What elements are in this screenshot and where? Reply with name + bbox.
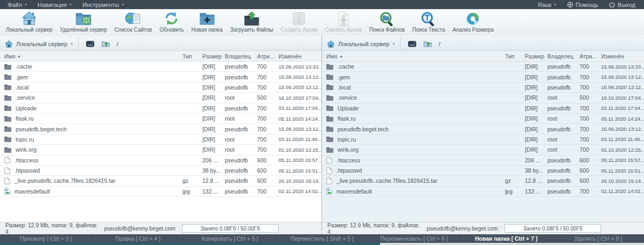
column-header-modified[interactable]: Изменён xyxy=(279,53,321,60)
table-row[interactable]: flask.ru[DIR]root70005.11.2020 14:24... xyxy=(0,114,321,124)
menu-label: Файл xyxy=(8,2,22,8)
file-name: .cache xyxy=(338,63,354,70)
file-attr: 700 xyxy=(257,136,279,143)
parent-dir-icon[interactable] xyxy=(423,40,432,47)
table-row[interactable]: .htaccess206 ...pseudofb60005.11.2020 15… xyxy=(0,155,321,166)
file-name-cell: Uploade xyxy=(0,105,182,112)
menu-file[interactable]: Файл▾ xyxy=(2,0,32,9)
server-selector-label: Локальный сервер xyxy=(338,41,390,47)
table-row[interactable]: .htpasswd38 by...pseudofb60005.11.2020 1… xyxy=(322,166,644,176)
toolbar-site-list-button[interactable]: Список Сайтов xyxy=(111,11,156,33)
toolbar-remote-server-button[interactable]: Удалённый сервер xyxy=(56,11,111,33)
parent-dir-icon[interactable] xyxy=(101,40,110,47)
table-row[interactable]: wink.org[DIR]root70002.10.2020 12:25... xyxy=(0,145,321,155)
toolbar-size-analysis-button[interactable]: Анализ Размера xyxy=(449,11,497,33)
file-modified: 15.09.2020 13:12... xyxy=(601,84,644,90)
file-name: Uploade xyxy=(338,105,358,112)
table-row[interactable]: .cache[DIR]pseudofb70015.09.2020 13:33..… xyxy=(322,62,644,72)
table-row[interactable]: .local[DIR]pseudofb70015.09.2020 13:12..… xyxy=(322,83,644,93)
menu-help[interactable]: Помощь xyxy=(562,0,604,9)
folder-icon xyxy=(326,136,333,142)
create-archive-icon xyxy=(292,11,306,26)
file-type: jpg xyxy=(505,188,525,195)
footer-action-bar: Просмотр [ Ctrl + 3 ]Правка [ Ctrl + 4 ]… xyxy=(0,234,644,243)
footer-copy-button[interactable]: Копировать [ Ctrl + 5 ] xyxy=(184,234,276,243)
download-archive-icon xyxy=(337,11,350,26)
file-modified: 03.11.2020 11:46... xyxy=(601,136,644,142)
menu-tools[interactable]: Инструменты▾ xyxy=(77,0,129,9)
server-selector[interactable]: Локальный сервер ▾ xyxy=(322,37,401,50)
toolbar-refresh-button[interactable]: Обновить xyxy=(156,11,187,33)
toolbar-upload-files-button[interactable]: Загрузить Файлы xyxy=(226,11,277,33)
table-row[interactable]: maxresdefaultjpg132....pseudofb70002.11.… xyxy=(0,187,321,197)
menu-exit[interactable]: Выход xyxy=(604,0,641,9)
column-header-name[interactable]: Имя▴ xyxy=(0,53,182,60)
file-owner: pseudofb xyxy=(547,74,580,80)
menu-language[interactable]: Язык▾ xyxy=(532,0,562,9)
disk-icon[interactable] xyxy=(408,41,416,47)
table-row[interactable]: _live.pseudofb..cache.7files.1826415.tar… xyxy=(322,176,644,186)
footer-delete-button[interactable]: Удалить [ Ctrl + 8 ] xyxy=(552,234,644,243)
column-header-owner[interactable]: Владелец xyxy=(547,53,580,60)
table-row[interactable]: flask.ru[DIR]root70005.11.2020 14:24... xyxy=(322,114,644,124)
footer-edit-button[interactable]: Правка [ Ctrl + 4 ] xyxy=(92,234,185,243)
toolbar-new-folder-button[interactable]: Новая папка xyxy=(187,11,226,33)
table-row[interactable]: pseudofb.beget.tech[DIR]pseudofb70015.09… xyxy=(0,124,321,134)
file-name-cell: maxresdefault xyxy=(322,188,505,195)
menu-navigation[interactable]: Навигация▾ xyxy=(32,0,77,9)
column-header-attributes[interactable]: Атри... xyxy=(257,53,279,60)
file-size: 12.8 ... xyxy=(525,177,547,184)
current-path[interactable]: / xyxy=(439,41,441,47)
column-header-size[interactable]: Размер xyxy=(202,53,225,60)
quota-bar: Занято 0.08Гб / 50.00Гб xyxy=(504,224,601,233)
search-files-icon xyxy=(379,11,395,26)
table-row[interactable]: .htpasswd38 by...pseudofb60005.11.2020 1… xyxy=(0,166,321,176)
sites-list-icon xyxy=(125,11,141,26)
table-row[interactable]: Uploade[DIR]pseudofb70003.11.2020 17:04.… xyxy=(322,103,644,114)
folder-icon xyxy=(4,105,11,111)
table-row[interactable]: pseudofb.beget.tech[DIR]pseudofb70015.09… xyxy=(322,124,644,134)
table-row[interactable]: maxresdefaultjpg132....pseudofb70002.11.… xyxy=(322,187,644,197)
folder-icon xyxy=(4,64,11,70)
current-path[interactable]: / xyxy=(117,41,119,47)
file-name: maxresdefault xyxy=(14,188,50,195)
column-header-size[interactable]: Размер xyxy=(525,53,547,60)
file-size: [DIR] xyxy=(525,126,547,132)
column-header-attributes[interactable]: Атри... xyxy=(580,53,601,60)
table-row[interactable]: .service[DIR]root50016.10.2020 17:04... xyxy=(0,93,321,103)
table-row[interactable]: Uploade[DIR]pseudofb70003.11.2020 17:04.… xyxy=(0,103,321,114)
table-row[interactable]: .service[DIR]root50016.10.2020 17:04... xyxy=(322,93,644,103)
column-header-owner[interactable]: Владелец xyxy=(225,53,257,60)
toolbar-search-files-button[interactable]: Поиск Файлов xyxy=(365,11,408,33)
file-owner: pseudofb xyxy=(547,105,580,112)
table-row[interactable]: .gem[DIR]pseudofb70015.09.2020 13:12... xyxy=(322,72,644,82)
column-header-type[interactable]: Тип xyxy=(182,53,202,60)
toolbar-label: Поиск Текста xyxy=(412,27,445,33)
server-selector[interactable]: Локальный сервер ▾ xyxy=(0,37,79,50)
disk-icon[interactable] xyxy=(86,41,94,47)
folder-icon xyxy=(326,74,333,80)
table-row[interactable]: topic.ru[DIR]root70003.11.2020 11:46... xyxy=(0,135,321,145)
table-row[interactable]: wink.org[DIR]root70002.10.2020 12:25... xyxy=(322,145,644,155)
refresh-icon xyxy=(164,11,179,26)
footer-new-folder-button[interactable]: Новая папка [ Ctrl + 7 ] xyxy=(460,234,553,243)
table-row[interactable]: .htaccess206 ...pseudofb60005.11.2020 15… xyxy=(322,155,644,166)
file-name-cell: _live.pseudofb..cache.7files.1826415.tar xyxy=(322,177,505,184)
table-row[interactable]: .gem[DIR]pseudofb70015.09.2020 13:12... xyxy=(0,72,321,82)
column-header-modified[interactable]: Изменён xyxy=(601,53,644,60)
file-name-cell: maxresdefault xyxy=(0,188,182,195)
column-header-type[interactable]: Тип xyxy=(505,53,525,60)
footer-move-button[interactable]: Переместить [ Shift + 5 ] xyxy=(276,234,369,243)
table-row[interactable]: topic.ru[DIR]root70003.11.2020 11:46... xyxy=(322,135,644,145)
table-row[interactable]: .cache[DIR]pseudofb70015.09.2020 13:33..… xyxy=(0,62,321,72)
footer-rename-button[interactable]: Переименовать [ Ctrl + 6 ] xyxy=(368,234,460,243)
toolbar-search-text-button[interactable]: Поиск Текста xyxy=(408,11,449,33)
file-name: .htaccess xyxy=(336,157,360,164)
toolbar-local-server-button[interactable]: Локальный сервер xyxy=(2,11,56,33)
table-row[interactable]: _live.pseudofb..cache.7files.1826415.tar… xyxy=(0,176,321,186)
file-name: wink.org xyxy=(338,146,358,153)
column-header-name[interactable]: Имя▴ xyxy=(322,53,505,60)
table-row[interactable]: .local[DIR]pseudofb70015.09.2020 13:12..… xyxy=(0,83,321,93)
path-icons: / xyxy=(79,40,126,47)
footer-view-button[interactable]: Просмотр [ Ctrl + 3 ] xyxy=(0,234,92,243)
